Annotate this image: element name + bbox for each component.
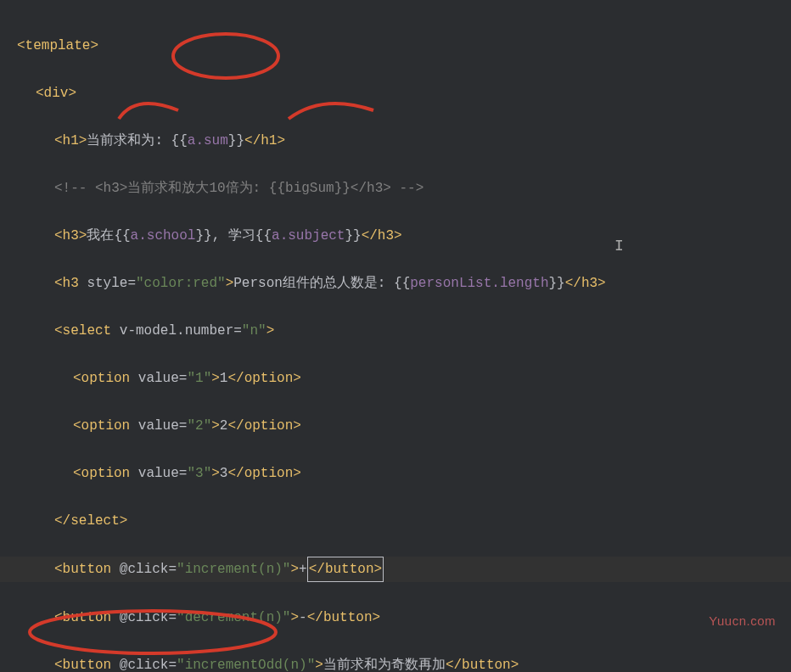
text-school-1: 我在 [87, 228, 114, 244]
interp-personlist: {{personList.length}} [394, 276, 565, 291]
code-block: <template> <div> <h1>当前求和为: {{a.sum}}</h… [0, 0, 791, 672]
tag-option2-close: </option> [227, 418, 300, 434]
tag-button1-open: <button [54, 562, 120, 577]
attr-value1: value= [138, 371, 188, 386]
val-value1: "1" [187, 371, 211, 386]
text-opt2: 2 [220, 418, 228, 434]
tag-h3-close2: </h3> [565, 276, 606, 291]
tag-template-open: <template> [17, 38, 98, 53]
attr-style: style= [87, 276, 136, 291]
attr-vmodel: v-model.number= [120, 323, 242, 339]
text-odd: 当前求和为奇数再加 [323, 658, 446, 672]
text-opt1: 1 [220, 371, 228, 386]
text-opt3: 3 [220, 466, 228, 481]
tag-h3-open: <h3> [54, 228, 87, 244]
tag-select-close-bracket: > [266, 323, 275, 339]
val-vmodel: "n" [242, 323, 266, 339]
interp-a-sum: {{a.sum}} [171, 133, 244, 148]
interp-school: {{a.school}} [114, 228, 211, 244]
interp-subject: {{a.subject}} [255, 228, 362, 244]
attr-value3: value= [138, 466, 188, 481]
tag-option3-open: <option [73, 466, 138, 481]
tag-option1-open: <option [73, 371, 138, 386]
tag-close-bracket: > [226, 276, 234, 291]
tag-button2-close: </button> [307, 610, 380, 625]
tag-button3-open: <button [54, 658, 120, 672]
text-sum-label: 当前求和为: [87, 133, 171, 148]
tag-option2-open: <option [73, 418, 138, 434]
text-cursor-icon: I [614, 234, 624, 258]
tag-select-open: <select [54, 323, 120, 339]
val-value3: "3" [187, 466, 211, 481]
tag-button1-close: </button> [307, 557, 384, 582]
tag-option3-close: </option> [227, 466, 300, 481]
tag-button2-open: <button [54, 610, 120, 625]
tag-button3-close: </button> [446, 658, 519, 672]
text-school-2: , 学习 [212, 228, 255, 244]
val-value2: "2" [187, 418, 211, 434]
val-click3: "incrementOdd(n)" [177, 658, 315, 672]
tag-option1-close: </option> [227, 371, 300, 386]
watermark-text: Yuucn.com [709, 609, 776, 633]
text-plus: + [299, 562, 307, 577]
tag-select-close: </select> [54, 513, 127, 529]
val-style: "color:red" [136, 276, 226, 291]
tag-h1-open: <h1> [54, 133, 87, 148]
text-minus: - [299, 610, 307, 625]
text-person-count: Person组件的总人数是: [233, 276, 394, 291]
tag-div-open: <div> [36, 86, 76, 101]
val-click2: "decrement(n)" [177, 610, 290, 625]
attr-click3: @click= [120, 658, 177, 672]
attr-click1: @click= [120, 562, 177, 577]
attr-value2: value= [138, 418, 188, 434]
val-click1: "increment(n)" [177, 562, 290, 577]
tag-h3-style-open: <h3 [54, 276, 87, 291]
comment-bigsum: <!-- <h3>当前求和放大10倍为: {{bigSum}}</h3> --> [54, 181, 424, 196]
attr-click2: @click= [120, 610, 177, 625]
tag-h3-close: </h3> [362, 228, 402, 244]
tag-h1-close: </h1> [244, 133, 285, 148]
